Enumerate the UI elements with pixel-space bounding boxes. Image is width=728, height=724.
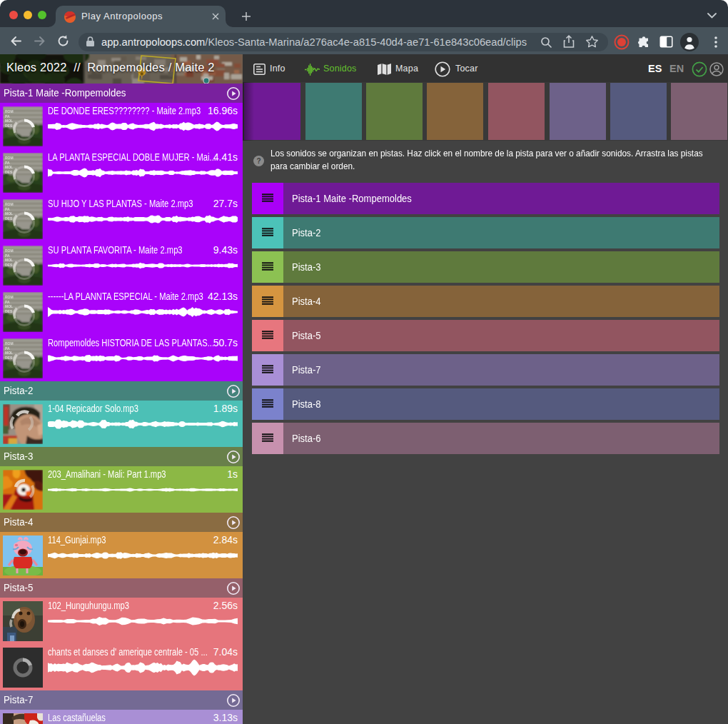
svg-text:?: ? [256, 157, 261, 165]
